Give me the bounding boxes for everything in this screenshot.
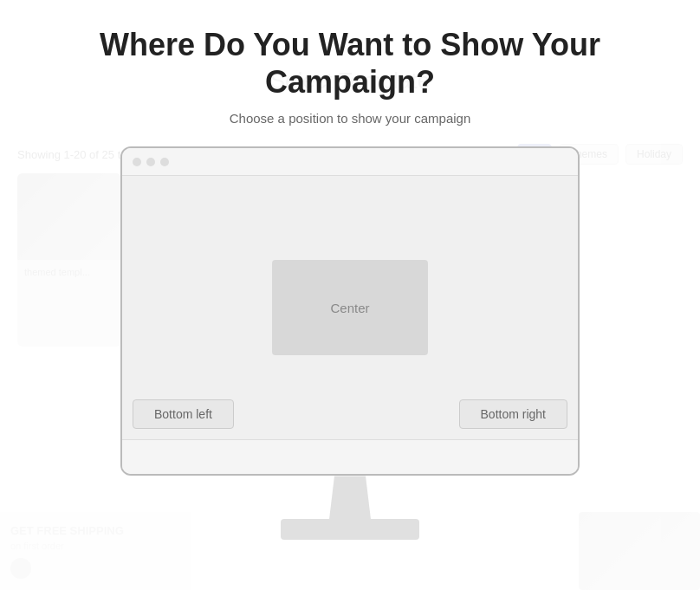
monitor-dot-1 <box>133 158 141 166</box>
monitor-top-bar <box>122 148 578 176</box>
monitor-screen: Center Bottom left Bottom right <box>120 146 580 476</box>
monitor-content-area: Center Bottom left Bottom right <box>122 176 578 439</box>
position-bottom-right-button[interactable]: Bottom right <box>459 399 567 429</box>
position-center-button[interactable]: Center <box>272 260 428 355</box>
monitor-dot-3 <box>160 158 169 166</box>
modal-container: Where Do You Want to Show Your Campaign?… <box>90 26 610 540</box>
monitor-stand <box>120 476 580 540</box>
monitor-neck <box>324 476 376 519</box>
position-bottom-left-button[interactable]: Bottom left <box>133 399 234 429</box>
monitor-bottom-bar <box>122 439 578 474</box>
monitor-dot-2 <box>146 158 155 166</box>
modal-subheading: Choose a position to show your campaign <box>90 111 610 126</box>
monitor-base <box>281 519 419 540</box>
monitor-illustration: Center Bottom left Bottom right <box>120 146 580 540</box>
modal-heading: Where Do You Want to Show Your Campaign? <box>90 26 610 100</box>
